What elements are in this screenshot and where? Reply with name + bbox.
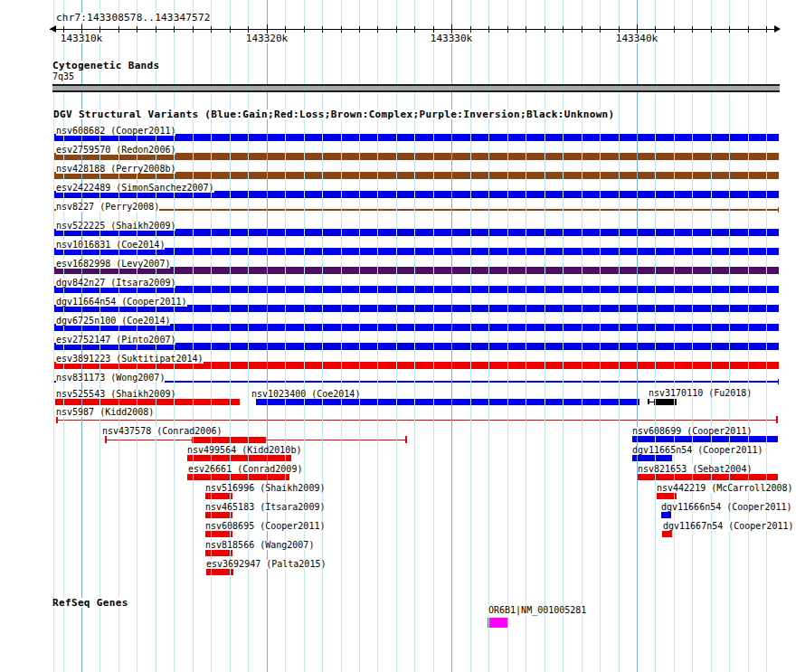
variant-label: dgv11666n54 (Cooper2011): [661, 503, 792, 512]
ruler-axis: [50, 29, 780, 30]
ruler-coordinate-label: 143340k: [616, 33, 658, 43]
grid-minor-line: [211, 0, 212, 672]
grid-minor-line: [230, 0, 231, 672]
variant-bar[interactable]: [55, 399, 240, 405]
grid-minor-line: [766, 0, 767, 672]
grid-minor-line: [359, 0, 360, 672]
variant-bar[interactable]: [192, 437, 266, 443]
grid-minor-line: [285, 0, 286, 672]
grid-minor-line: [433, 0, 434, 672]
variant-line-end: [778, 379, 779, 384]
grid-minor-line: [674, 0, 675, 672]
variant-label: nsv608682 (Cooper2011): [56, 127, 175, 136]
variant-label: nsv1016831 (Coe2014): [56, 241, 165, 250]
grid-minor-line: [341, 0, 342, 672]
grid-minor-line: [729, 0, 730, 672]
variant-range-bracket: [105, 436, 107, 443]
variant-bar[interactable]: [205, 512, 232, 518]
variant-bar[interactable]: [187, 474, 289, 480]
variant-bar[interactable]: [205, 493, 232, 499]
grid-minor-line: [322, 0, 323, 672]
variant-bar[interactable]: [662, 531, 672, 537]
variant-label: dgv842n27 (Itsara2009): [56, 279, 175, 288]
variant-label: nsv821653 (Sebat2004): [638, 465, 752, 474]
dgv-track-header: DGV Structural Variants (Blue:Gain;Red:L…: [53, 109, 615, 119]
variant-bar[interactable]: [632, 455, 672, 461]
grid-minor-line: [507, 0, 508, 672]
grid-major-line: [267, 0, 268, 672]
variant-bar[interactable]: [205, 531, 232, 537]
cytogenetic-bands-header: Cytogenetic Bands: [52, 61, 160, 71]
variant-label: esv3891223 (Suktitipat2014): [56, 355, 204, 364]
variant-label: nsv437578 (Conrad2006): [102, 427, 222, 436]
variant-label: nsv522225 (Shaikh2009): [56, 222, 175, 231]
ruler-coordinate-label: 143330k: [431, 33, 472, 43]
variant-label: nsv465183 (Itsara2009): [205, 503, 325, 512]
ruler-arrow-right-icon: [774, 25, 781, 33]
grid-minor-line: [600, 0, 601, 672]
grid-minor-line: [748, 0, 749, 672]
grid-minor-line: [193, 0, 194, 672]
grid-minor-line: [488, 0, 489, 672]
variant-label: nsv499564 (Kidd2010b): [187, 446, 301, 455]
variant-label: nsv516996 (Shaikh2009): [205, 484, 325, 493]
variant-bar[interactable]: [638, 474, 778, 480]
grid-minor-line: [545, 0, 545, 672]
grid-minor-line: [619, 0, 620, 672]
ruler-coordinate-label: 143310k: [61, 33, 102, 43]
ruler-arrow-left-icon: [50, 25, 56, 33]
variant-label: dgv11667n54 (Cooper2011): [663, 522, 794, 531]
variant-label: esv2422489 (SimonSanchez2007): [56, 184, 214, 193]
variant-label: esv26661 (Conrad2009): [188, 465, 302, 474]
variant-range-bracket: [405, 436, 407, 443]
grid-minor-line: [377, 0, 378, 672]
gene-label: OR6B1|NM_001005281: [488, 606, 586, 615]
variant-label: nsv8227 (Perry2008): [56, 203, 159, 212]
grid-major-line: [451, 0, 452, 672]
grid-minor-line: [414, 0, 415, 672]
grid-minor-line: [563, 0, 564, 672]
grid-minor-line: [53, 0, 54, 672]
variant-bar[interactable]: [205, 550, 232, 556]
variant-label: esv3692947 (Palta2015): [206, 560, 326, 569]
variant-label: nsv428188 (Perry2008b): [56, 165, 175, 174]
ruler-coordinate-label: 143320k: [246, 33, 288, 43]
variant-label: nsv608695 (Cooper2011): [205, 522, 325, 531]
variant-range-bracket: [648, 399, 649, 404]
variant-label: nsv818566 (Wang2007): [205, 541, 314, 550]
grid-minor-line: [396, 0, 397, 672]
variant-label: nsv5987 (Kidd2008): [56, 408, 154, 417]
grid-minor-line: [711, 0, 712, 672]
genome-browser-panel: 143310k143320k143330k143340k nsv608682 (…: [0, 0, 805, 672]
variant-label: nsv831173 (Wong2007): [56, 374, 165, 383]
grid-minor-line: [526, 0, 526, 672]
variant-label: nsv442219 (McCarroll2008): [657, 484, 793, 493]
variant-bar[interactable]: [187, 455, 291, 461]
grid-minor-line: [692, 0, 693, 672]
refseq-genes-header: RefSeq Genes: [52, 598, 128, 608]
variant-label: dgv11664n54 (Cooper2011): [56, 298, 187, 307]
variant-line-end: [778, 207, 779, 213]
grid-minor-line: [655, 0, 656, 672]
variant-label: esv2752147 (Pinto2007): [56, 336, 175, 345]
cytogenetic-band: [52, 84, 780, 92]
variant-label: nsv525543 (Shaikh2009): [56, 390, 175, 399]
variant-bar[interactable]: [661, 512, 671, 518]
grid-major-line: [637, 0, 638, 672]
variant-label: dgv6725n100 (Coe2014): [56, 317, 170, 326]
variant-line[interactable]: [53, 209, 779, 211]
variant-label: esv1682998 (Levy2007): [56, 260, 170, 269]
grid-minor-line: [304, 0, 305, 672]
cytoband-label: 7q35: [52, 72, 74, 81]
region-title: chr7:143308578..143347572: [56, 13, 211, 23]
gene-bar[interactable]: [488, 618, 507, 628]
variant-range-bracket: [776, 416, 778, 423]
variant-label: dgv11665n54 (Cooper2011): [632, 446, 763, 455]
variant-label: esv2759570 (Redon2006): [56, 146, 175, 155]
grid-minor-line: [248, 0, 249, 672]
grid-minor-line: [470, 0, 471, 672]
variant-range-line[interactable]: [56, 420, 777, 421]
variant-label: nsv1023400 (Coe2014): [251, 390, 360, 399]
variant-range-bracket: [56, 416, 58, 423]
variant-label: nsv3170110 (Fu2018): [649, 389, 752, 398]
